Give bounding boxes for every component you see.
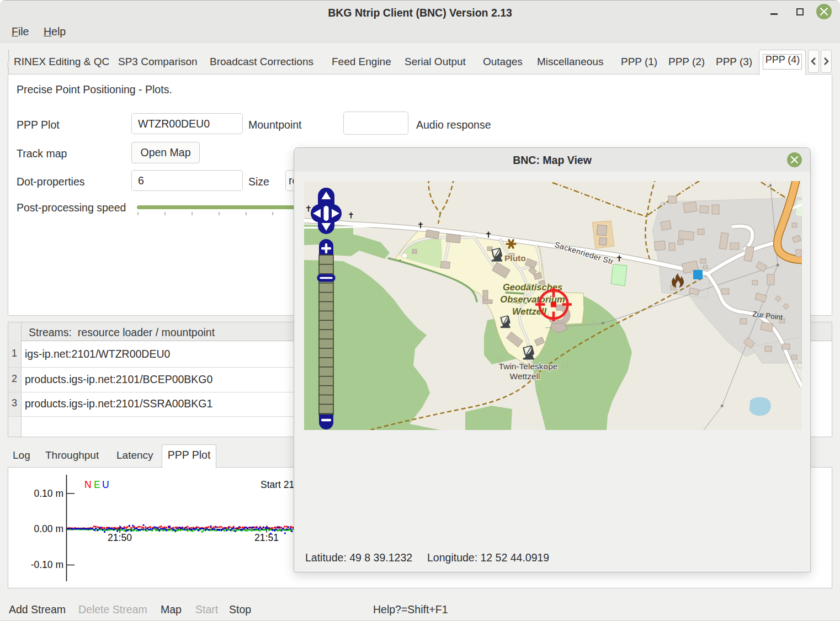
svg-text:0.10 m: 0.10 m xyxy=(34,488,64,499)
svg-text:E: E xyxy=(94,479,100,490)
svg-text:Wettzell: Wettzell xyxy=(510,371,540,381)
svg-text:U: U xyxy=(102,479,109,490)
svg-text:N: N xyxy=(84,479,92,490)
svg-text:21:50: 21:50 xyxy=(108,532,132,543)
svg-text:0.00 m: 0.00 m xyxy=(34,523,64,534)
svg-text:21:51: 21:51 xyxy=(254,532,279,543)
svg-text:Pluto: Pluto xyxy=(504,253,526,263)
svg-text:Twin-Teleskope: Twin-Teleskope xyxy=(499,362,558,371)
svg-text:-0.10 m: -0.10 m xyxy=(31,559,63,570)
